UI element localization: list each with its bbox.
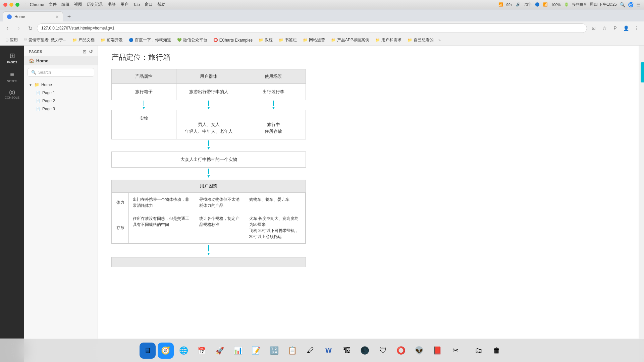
page-tree-home[interactable]: ▼ 📁 Home — [24, 81, 98, 89]
dock-notes[interactable]: 📝 — [248, 343, 264, 359]
dock-safari[interactable]: 🧭 — [158, 343, 174, 359]
dock-xmind[interactable]: ✂ — [447, 343, 464, 359]
add-page-icon[interactable]: ⊡ — [83, 49, 87, 54]
cast-icon[interactable]: ⊡ — [589, 23, 598, 33]
menu-help[interactable]: 帮助 — [157, 2, 165, 7]
pages-icon: ⊞ — [9, 52, 15, 60]
sidebar-icon-pages[interactable]: ⊞ PAGES — [2, 49, 22, 67]
profile-icon[interactable]: 👤 — [621, 23, 631, 33]
menu-file[interactable]: 文件 — [49, 2, 57, 7]
settings-page-icon[interactable]: ↺ — [89, 49, 93, 54]
menu-edit[interactable]: 编辑 — [61, 2, 69, 7]
bookmark-wechat[interactable]: 💚 微信公众平台 — [174, 37, 210, 44]
close-button[interactable] — [3, 3, 7, 7]
maximize-button[interactable] — [15, 3, 19, 7]
bookmark-frontend[interactable]: 📁 前端开发 — [98, 37, 125, 44]
tab-close-button[interactable]: ✕ — [55, 14, 59, 19]
apple-icon[interactable]:  — [25, 2, 26, 7]
tab-favicon — [7, 14, 12, 19]
arrowhead-sum: ▼ — [207, 146, 211, 150]
dock-calendar[interactable]: 📅 — [194, 343, 210, 359]
extension-icon[interactable]: P — [610, 23, 620, 33]
search-box[interactable]: 🔍 Search — [28, 68, 94, 77]
dock-xcode[interactable]: 🏗 — [339, 343, 355, 359]
dock-launchpad[interactable]: 🚀 — [212, 343, 228, 359]
product-icon: 📁 — [331, 38, 336, 42]
page-doc-icon2: 📄 — [36, 99, 40, 103]
dock-calc[interactable]: 🔢 — [266, 343, 282, 359]
bookmark-product[interactable]: 📁 产品APP界面案例 — [328, 37, 372, 44]
sidebar-icon-notes[interactable]: ≡ NOTES — [2, 68, 22, 85]
dock-ppt[interactable]: 📕 — [429, 343, 445, 359]
refresh-button[interactable]: ↻ — [25, 23, 35, 33]
dock-stickies[interactable]: 📋 — [284, 343, 301, 359]
dock-word[interactable]: W — [321, 343, 337, 359]
folder-icon: 📁 — [72, 38, 77, 42]
arrow-line-pain — [208, 169, 209, 174]
search-icon[interactable]: 🔍 — [620, 2, 625, 7]
menu-chrome[interactable]: Chrome — [30, 2, 44, 7]
page-item-page1[interactable]: 📄 Page 1 — [31, 89, 98, 97]
keynote-icon: 🖊 — [307, 346, 314, 355]
menu-view[interactable]: 视图 — [74, 2, 82, 7]
arrow-line-1 — [144, 101, 144, 106]
dock-keynote[interactable]: 🖊 — [303, 343, 319, 359]
word-icon: W — [325, 347, 332, 354]
bookmark-docs[interactable]: 📁 产品文档 — [70, 37, 97, 44]
right-panel-tab[interactable] — [641, 62, 644, 82]
menu-history[interactable]: 历史记录 — [87, 2, 103, 7]
forward-button[interactable]: › — [14, 23, 23, 33]
dock-alien[interactable]: 👽 — [411, 343, 427, 359]
dock-excel[interactable]: 📊 — [230, 343, 246, 359]
page-item-page3[interactable]: 📄 Page 3 — [31, 105, 98, 113]
baidu-icon: 🔵 — [129, 38, 133, 42]
dock-finder[interactable]: 🖥 — [140, 343, 156, 359]
bookmark-echarts-label: ECharts Examples — [219, 38, 253, 43]
sidebar-icon-console[interactable]: (x) CONSOLE — [2, 87, 22, 102]
siri-icon[interactable]: 🌀 — [628, 2, 634, 7]
bookmark-tutorial[interactable]: 📁 教程 — [256, 37, 275, 44]
new-tab-button[interactable]: + — [64, 12, 74, 21]
stickies-icon: 📋 — [288, 346, 297, 355]
menu-user[interactable]: 用户 — [120, 2, 128, 7]
webops-icon: 📁 — [303, 38, 308, 42]
bookmark-star-icon[interactable]: ☆ — [600, 23, 609, 33]
dock-siri[interactable]: 🌐 — [176, 343, 192, 359]
bookmark-bookmarks[interactable]: 📁 书签栏 — [276, 37, 300, 44]
dock-chrome[interactable]: 🌑 — [357, 343, 373, 359]
bookmark-love[interactable]: ♡ 爱情守望者_致力于... — [21, 37, 69, 44]
bookmark-personal[interactable]: 📁 自己想看的 — [405, 37, 436, 44]
more-bookmarks[interactable]: » — [438, 38, 441, 43]
menu-tab[interactable]: Tab — [133, 2, 140, 7]
page-tree: ▼ 📁 Home 📄 Page 1 📄 Page 2 📄 Page 3 — [24, 79, 98, 114]
opera-icon: ⭕ — [396, 346, 406, 355]
arrow-row-1: ▼ ▼ ▼ — [111, 100, 306, 110]
arrow-to-summary: ▼ — [207, 139, 211, 152]
bookmark-baidu[interactable]: 🔵 百度一下，你就知道 — [126, 37, 174, 44]
control-center-icon[interactable]: ☰ — [636, 2, 641, 7]
arrowhead-2: ▼ — [207, 106, 211, 110]
cell-physical: 实物 — [111, 110, 176, 140]
dock-norton[interactable]: 🛡 — [375, 343, 391, 359]
menu-icon[interactable]: ⋮ — [632, 23, 641, 33]
bookmark-love-label: 爱情守望者_致力于... — [29, 37, 66, 43]
menu-bookmarks[interactable]: 书签 — [108, 2, 116, 7]
bookmark-apps[interactable]: ⊞ 应用 — [3, 37, 20, 44]
diagram-title: 产品定位：旅行箱 — [111, 52, 625, 62]
minimize-button[interactable] — [9, 3, 13, 7]
bookmark-echarts[interactable]: ⭕ ECharts Examples — [211, 37, 255, 43]
dock-trash[interactable]: 🗑 — [489, 343, 505, 359]
finder-icon: 🖥 — [144, 346, 151, 355]
url-bar[interactable]: 127.0.0.1:32767/start.html#p=home&g=1 — [37, 23, 587, 33]
dock-files[interactable]: 🗂 — [471, 343, 487, 359]
bookmark-users[interactable]: 📁 用户和需求 — [373, 37, 404, 44]
trash-icon: 🗑 — [493, 346, 500, 355]
menu-window[interactable]: 窗口 — [145, 2, 153, 7]
home-page-selected[interactable]: 🏠 Home — [24, 56, 98, 65]
bookmark-webops[interactable]: 📁 网站运营 — [300, 37, 328, 44]
page-item-page2[interactable]: 📄 Page 2 — [31, 97, 98, 105]
back-button[interactable]: ‹ — [3, 23, 12, 33]
dock-opera[interactable]: ⭕ — [393, 343, 409, 359]
console-label: CONSOLE — [5, 96, 19, 99]
active-tab[interactable]: Home ✕ — [3, 11, 63, 21]
